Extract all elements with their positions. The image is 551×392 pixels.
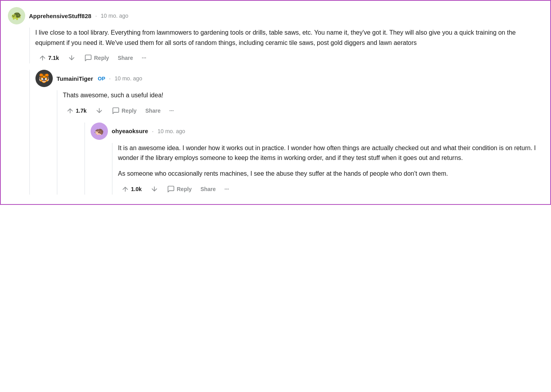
more-label-3: ··· [224,186,229,192]
share-label-1: Share [118,55,133,61]
comment-actions-2: 1.7k Reply Share [63,105,544,116]
comment-paragraph-3-0: It is an awesome idea. I wonder how it w… [118,143,544,163]
username-3: ohyeaoksure [112,128,148,134]
downvote-icon-2 [95,107,103,115]
comment-body-1: I live close to a tool library. Everythi… [29,28,544,63]
comment-1: 🐢 ApprehensiveStuff828 · 10 mo. ago I li… [8,7,544,195]
more-button-1[interactable]: ··· [139,53,150,63]
comment-paragraph-1-0: I live close to a tool library. Everythi… [35,28,544,48]
reply-chat-icon-1 [84,54,92,62]
more-button-2[interactable]: ··· [166,106,177,115]
comment-3: 🦔 ohyeaoksure · 10 mo. ago It is an awes… [84,123,544,195]
more-label-2: ··· [169,108,174,114]
upvote-button-2[interactable]: 1.7k [63,105,90,116]
share-label-3: Share [200,186,216,192]
more-button-3[interactable]: ··· [221,184,232,194]
downvote-icon-1 [68,54,76,62]
upvote-button-3[interactable]: 1.0k [118,184,145,195]
upvote-icon-3 [121,185,129,193]
timestamp-3: 10 mo. ago [158,128,185,134]
vote-count-1: 7.1k [48,55,59,61]
op-badge-2: OP [98,76,105,82]
reply-icon-button-2[interactable]: Reply [109,105,140,116]
comment-thread: 🐢 ApprehensiveStuff828 · 10 mo. ago I li… [8,7,544,195]
upvote-icon-1 [39,54,46,62]
comment-body-3: It is an awesome idea. I wonder how it w… [112,143,544,195]
comment-text-1: I live close to a tool library. Everythi… [35,28,544,48]
timestamp-2: 10 mo. ago [115,75,142,82]
username-1: ApprehensiveStuff828 [29,13,91,19]
comment-body-2: Thats awesome, such a useful idea! 1.7k [57,90,544,194]
comment-actions-1: 7.1k Reply Share ··· [35,52,544,63]
comment-2: 🐯 TumainiTiger OP · 10 mo. ago Thats awe… [29,70,544,194]
downvote-icon-3 [150,185,158,193]
comment-header-2: 🐯 TumainiTiger OP · 10 mo. ago [35,70,544,87]
timestamp-1: 10 mo. ago [101,13,128,19]
comment-actions-3: 1.0k Reply [118,184,544,195]
reply-label-1: Reply [94,55,109,61]
separator-2: · [109,75,111,82]
separator-1: · [95,13,97,19]
comment-text-2: Thats awesome, such a useful idea! [63,90,544,100]
reply-chat-icon-3 [167,185,175,193]
share-label-2: Share [145,108,161,114]
share-button-2[interactable]: Share [142,106,164,115]
username-2: TumainiTiger [57,75,93,82]
reply-icon-button-3[interactable]: Reply [164,184,195,195]
comment-header-1: 🐢 ApprehensiveStuff828 · 10 mo. ago [8,7,544,24]
downvote-button-3[interactable] [147,184,161,195]
share-button-1[interactable]: Share [115,53,136,63]
comment-header-3: 🦔 ohyeaoksure · 10 mo. ago [91,123,544,140]
comment-paragraph-3-1: As someone who occasionally rents machin… [118,169,544,179]
avatar-tumainitiger: 🐯 [35,70,53,87]
vote-count-2: 1.7k [76,108,87,114]
reply-label-2: Reply [122,108,137,114]
comment-paragraph-2-0: Thats awesome, such a useful idea! [63,90,544,100]
reply-label-3: Reply [177,186,192,192]
vote-count-3: 1.0k [131,186,142,192]
reply-chat-icon-2 [112,107,120,115]
more-label-1: ··· [142,55,147,61]
downvote-button-1[interactable] [65,52,79,63]
reply-icon-button-1[interactable]: Reply [81,52,112,63]
avatar-apprehensive: 🐢 [8,7,25,24]
separator-3: · [152,128,154,134]
avatar-ohyeaoksure: 🦔 [91,123,108,140]
comment-text-3: It is an awesome idea. I wonder how it w… [118,143,544,179]
downvote-button-2[interactable] [92,105,106,116]
upvote-button-1[interactable]: 7.1k [35,52,62,63]
upvote-icon-2 [66,107,74,115]
share-button-3[interactable]: Share [197,184,219,194]
